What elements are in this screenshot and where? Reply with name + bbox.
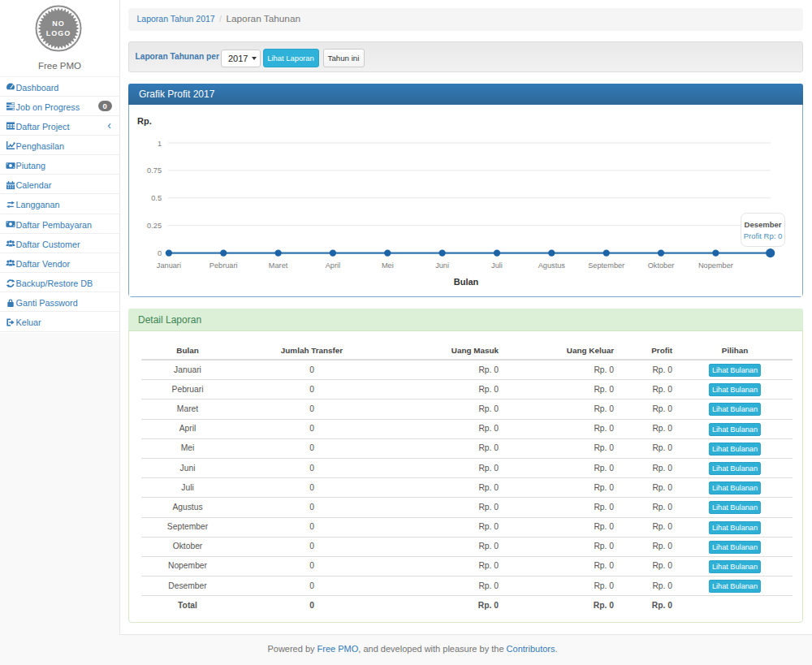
- svg-text:September: September: [588, 261, 624, 270]
- svg-text:0.25: 0.25: [147, 222, 162, 230]
- svg-text:Bulan: Bulan: [454, 277, 479, 287]
- svg-text:Nopember: Nopember: [698, 261, 733, 270]
- svg-text:Desember: Desember: [745, 220, 782, 229]
- svg-text:Pebruari: Pebruari: [209, 261, 238, 270]
- svg-text:0.75: 0.75: [147, 166, 162, 175]
- svg-text:1: 1: [158, 140, 162, 148]
- svg-text:LOGO: LOGO: [46, 29, 71, 37]
- svg-text:Rp.: Rp.: [137, 116, 152, 126]
- svg-text:Mei: Mei: [382, 261, 394, 270]
- svg-text:0: 0: [158, 249, 162, 257]
- svg-text:Agustus: Agustus: [538, 261, 566, 270]
- svg-text:0.5: 0.5: [151, 194, 162, 202]
- svg-text:Oktober: Oktober: [648, 261, 675, 270]
- svg-text:Maret: Maret: [269, 261, 288, 270]
- svg-text:NO: NO: [52, 19, 65, 28]
- svg-text:Profit Rp: 0: Profit Rp: 0: [744, 231, 783, 240]
- svg-text:April: April: [326, 261, 340, 270]
- svg-text:Januari: Januari: [157, 261, 181, 270]
- svg-text:Juli: Juli: [491, 261, 503, 270]
- svg-text:Juni: Juni: [435, 261, 449, 270]
